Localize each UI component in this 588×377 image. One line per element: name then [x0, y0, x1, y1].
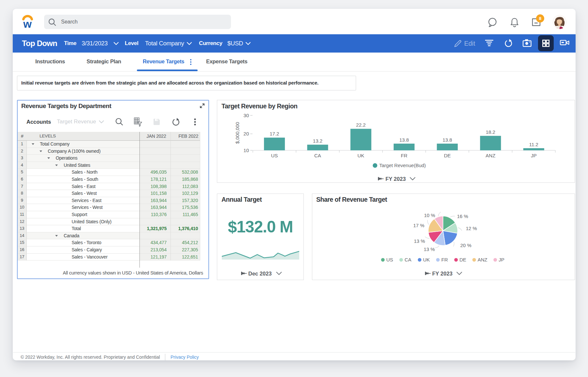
svg-text:FY 2023: FY 2023 — [385, 176, 406, 182]
svg-text:DE: DE — [460, 257, 466, 262]
svg-text:17 %: 17 % — [413, 223, 424, 228]
svg-text:13 %: 13 % — [424, 246, 435, 252]
svg-text:10: 10 — [243, 148, 249, 153]
svg-text:FR: FR — [441, 257, 448, 262]
svg-text:FR: FR — [401, 153, 407, 158]
svg-text:20: 20 — [243, 131, 249, 136]
svg-text:ANZ: ANZ — [486, 153, 496, 158]
svg-text:ANZ: ANZ — [478, 257, 487, 262]
svg-text:US: US — [386, 257, 393, 262]
svg-text:Target Revenue(Bud): Target Revenue(Bud) — [379, 163, 426, 168]
svg-text:18.2: 18.2 — [486, 129, 495, 135]
svg-text:w: w — [23, 18, 32, 30]
svg-text:11.2: 11.2 — [529, 142, 538, 147]
svg-text:13.2: 13.2 — [313, 138, 322, 144]
svg-text:12 %: 12 % — [466, 226, 477, 231]
svg-text:CA: CA — [314, 153, 321, 158]
svg-text:$,000,000: $,000,000 — [235, 122, 240, 144]
svg-text:17.2: 17.2 — [270, 131, 279, 136]
svg-text:16 %: 16 % — [457, 213, 468, 219]
svg-text:20 %: 20 % — [460, 243, 471, 248]
svg-text:JP: JP — [499, 257, 505, 262]
svg-text:Dec 2023: Dec 2023 — [248, 271, 272, 276]
svg-text:30: 30 — [243, 113, 249, 118]
svg-text:13.8: 13.8 — [443, 137, 452, 143]
svg-text:US: US — [271, 153, 278, 158]
svg-text:FY 2023: FY 2023 — [432, 271, 452, 276]
svg-text:10 %: 10 % — [424, 212, 435, 218]
svg-text:UK: UK — [357, 153, 364, 158]
svg-text:JP: JP — [531, 153, 537, 158]
svg-text:22.2: 22.2 — [356, 122, 366, 128]
svg-text:13.8: 13.8 — [399, 137, 409, 143]
svg-text:DE: DE — [444, 153, 451, 158]
svg-text:CA: CA — [405, 257, 412, 262]
svg-text:13 %: 13 % — [414, 238, 425, 244]
svg-text:UK: UK — [423, 257, 430, 262]
